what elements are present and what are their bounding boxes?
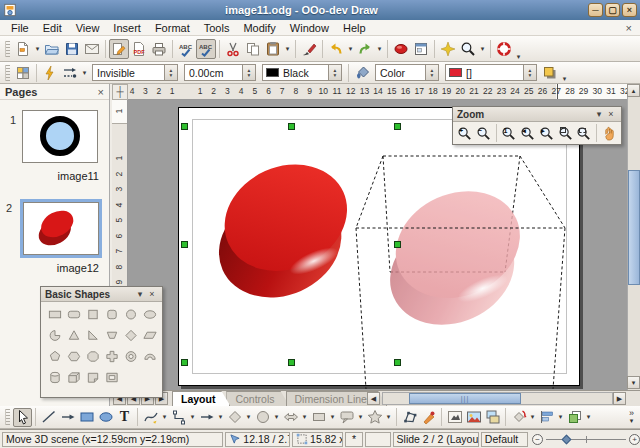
hscroll-left-icon[interactable]: ◀ xyxy=(367,392,380,405)
stars-tool[interactable] xyxy=(365,408,384,427)
block-arrows-dropdown-icon[interactable]: ▾ xyxy=(300,413,309,421)
email-document-button[interactable] xyxy=(82,39,102,59)
zoom-minus-icon[interactable]: − xyxy=(532,434,543,445)
arrow-style-button[interactable] xyxy=(60,63,80,83)
export-pdf-button[interactable] xyxy=(129,39,149,59)
shape-parallelogram-icon[interactable] xyxy=(140,326,159,344)
selection-handle-sw[interactable] xyxy=(181,359,188,366)
minimize-button[interactable]: ─ xyxy=(588,3,603,17)
panel-menu-icon[interactable]: ▾ xyxy=(134,289,146,299)
menu-item-window[interactable]: Window xyxy=(283,21,336,35)
block-arrows-tool[interactable] xyxy=(281,408,300,427)
maximize-button[interactable]: ▢ xyxy=(605,3,620,17)
spinner-icon[interactable]: ▴▾ xyxy=(242,65,255,80)
paste-button[interactable] xyxy=(263,39,283,59)
stars-dropdown-icon[interactable]: ▾ xyxy=(384,413,393,421)
zoom-next-button[interactable]: ▸ xyxy=(537,124,556,143)
flowchart-dropdown-icon[interactable]: ▾ xyxy=(328,413,337,421)
shape-diamond-icon[interactable] xyxy=(121,326,140,344)
rectangle-tool[interactable] xyxy=(77,408,96,427)
basic-shapes-tool[interactable] xyxy=(225,408,244,427)
connector-tool[interactable] xyxy=(169,408,188,427)
rotate-dropdown-icon[interactable]: ▾ xyxy=(528,413,537,421)
red-3d-disc[interactable] xyxy=(193,145,373,316)
zoom-out-button[interactable]: − xyxy=(474,124,493,143)
panel-menu-icon[interactable]: ▾ xyxy=(593,109,605,119)
zoom-slider[interactable]: − + xyxy=(532,434,640,445)
symbol-shapes-dropdown-icon[interactable]: ▾ xyxy=(272,413,281,421)
spinner-icon[interactable]: ▴▾ xyxy=(328,65,341,80)
redo-button[interactable] xyxy=(355,39,375,59)
rotate-tool[interactable] xyxy=(509,408,528,427)
area-style-button[interactable] xyxy=(352,63,372,83)
toolbar-overflow-button[interactable]: »▾ xyxy=(629,409,638,425)
shape-square-icon[interactable] xyxy=(83,305,102,323)
arrow-line-tool[interactable] xyxy=(58,408,77,427)
shape-right-triangle-icon[interactable] xyxy=(83,326,102,344)
selection-handle-w[interactable] xyxy=(181,241,188,248)
horizontal-scroll-thumb[interactable]: ||| xyxy=(409,393,521,404)
print-button[interactable] xyxy=(149,39,169,59)
status-slide[interactable]: Slide 2 / 2 (Layout) xyxy=(393,432,479,447)
copy-button[interactable] xyxy=(243,39,263,59)
flowchart-tool[interactable] xyxy=(309,408,328,427)
shape-ellipse-icon[interactable] xyxy=(140,305,159,323)
shape-rounded-rectangle-icon[interactable] xyxy=(64,305,83,323)
zoom-in-button[interactable]: + xyxy=(455,124,474,143)
format-paintbrush-button[interactable] xyxy=(299,39,319,59)
menu-item-file[interactable]: File xyxy=(4,21,36,35)
arrange-dropdown-icon[interactable]: ▾ xyxy=(584,413,593,421)
toolbar-overflow-icon[interactable]: ▾ xyxy=(560,75,569,83)
zoom-slider-knob[interactable] xyxy=(562,434,572,444)
fill-color-select[interactable]: [] ▴▾ xyxy=(445,64,537,81)
panel-close-icon[interactable]: × xyxy=(605,109,617,119)
shape-cross-icon[interactable] xyxy=(102,347,121,365)
arrow-style-dropdown-icon[interactable]: ▾ xyxy=(80,69,89,77)
curve-dropdown-icon[interactable]: ▾ xyxy=(160,413,169,421)
menu-item-insert[interactable]: Insert xyxy=(106,21,148,35)
shape-frame-icon[interactable] xyxy=(102,368,121,386)
toolbar-grip[interactable] xyxy=(5,65,10,81)
preview-disc-pink[interactable] xyxy=(364,172,546,344)
zoom-slider-track[interactable] xyxy=(546,434,626,445)
shape-ring-icon[interactable] xyxy=(121,347,140,365)
edit-points-tool[interactable] xyxy=(400,408,419,427)
shadow-button[interactable] xyxy=(540,63,560,83)
callouts-tool[interactable] xyxy=(337,408,356,427)
insert-picture-frame-button[interactable] xyxy=(445,408,464,427)
glue-points-tool[interactable] xyxy=(419,408,438,427)
line-width-input[interactable]: 0.00cm ▴▾ xyxy=(184,64,256,81)
toolbar-grip[interactable] xyxy=(5,41,10,57)
navigator-button[interactable] xyxy=(411,39,431,59)
menu-item-tools[interactable]: Tools xyxy=(197,21,237,35)
undo-button[interactable] xyxy=(326,39,346,59)
help-button[interactable] xyxy=(494,39,514,59)
gallery-button[interactable] xyxy=(483,408,502,427)
tab-layout[interactable]: Layout xyxy=(172,391,230,406)
open-button[interactable] xyxy=(42,39,62,59)
zoom-previous-button[interactable]: ◂ xyxy=(518,124,537,143)
lines-arrows-dropdown-icon[interactable]: ▾ xyxy=(216,413,225,421)
chart-object-button[interactable] xyxy=(391,39,411,59)
shape-circle-pie-icon[interactable] xyxy=(45,326,64,344)
menu-item-format[interactable]: Format xyxy=(148,21,197,35)
tab-controls[interactable]: Controls xyxy=(226,391,289,406)
new-document-button[interactable] xyxy=(13,39,33,59)
basic-shapes-dropdown-icon[interactable]: ▾ xyxy=(244,413,253,421)
selection-handle-n[interactable] xyxy=(288,123,295,130)
horizontal-scrollbar[interactable]: ||| xyxy=(382,392,613,405)
page-thumbnail-1[interactable] xyxy=(22,110,98,163)
menu-item-edit[interactable]: Edit xyxy=(36,21,69,35)
callouts-dropdown-icon[interactable]: ▾ xyxy=(356,413,365,421)
insert-picture-button[interactable] xyxy=(464,408,483,427)
shape-circle-icon[interactable] xyxy=(121,305,140,323)
page-thumbnail-2[interactable] xyxy=(23,202,99,255)
select-tool[interactable] xyxy=(13,408,32,427)
shape-block-arc-icon[interactable] xyxy=(140,347,159,365)
shape-folded-corner-icon[interactable] xyxy=(83,368,102,386)
edit-file-button[interactable] xyxy=(109,39,129,59)
shape-hexagon-icon[interactable] xyxy=(64,347,83,365)
vertical-scrollbar[interactable]: ▴ ▾ xyxy=(627,84,640,390)
titlebar[interactable]: image11.odg - OOo-dev Draw ─ ▢ × xyxy=(0,0,640,20)
cut-button[interactable] xyxy=(223,39,243,59)
